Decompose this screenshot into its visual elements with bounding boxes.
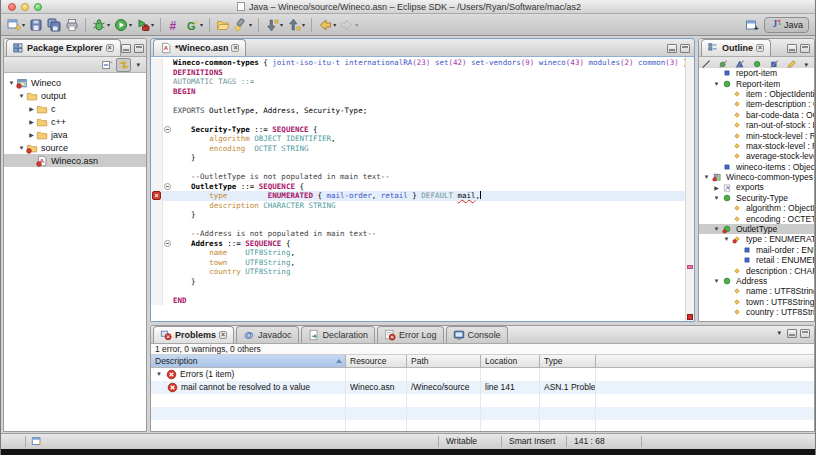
package-explorer-item[interactable]: AWineco.asn xyxy=(4,154,146,167)
outline-item[interactable]: mail-order : ENUM xyxy=(699,245,814,255)
external-tools-button[interactable]: ▾ xyxy=(134,16,156,34)
collapse-arrow-icon[interactable]: ▼ xyxy=(712,278,721,284)
dropdown-arrow-icon[interactable]: ▾ xyxy=(129,21,132,28)
outline-item[interactable]: ▼Report-item xyxy=(699,78,814,88)
link-with-editor-button[interactable] xyxy=(116,58,131,72)
code-text[interactable]: Security-Type ::= SEQUENCE { xyxy=(173,125,685,135)
code-text[interactable] xyxy=(173,115,685,125)
outline-item[interactable]: description : CHARA xyxy=(699,265,814,275)
new-button[interactable]: ▾ xyxy=(5,16,27,34)
open-resource-button[interactable] xyxy=(214,16,232,34)
outline-item[interactable]: min-stock-level : RE xyxy=(699,130,814,140)
code-text[interactable]: BEGIN xyxy=(173,87,685,97)
close-icon[interactable]: × xyxy=(219,331,227,339)
outline-item[interactable]: encoding : OCTET ST xyxy=(699,213,814,223)
tab-error-log[interactable]: Error Log xyxy=(377,326,444,343)
save-button[interactable] xyxy=(27,16,45,34)
outline-item[interactable]: item : ObjectIdentifie xyxy=(699,89,814,99)
open-perspective-button[interactable]: + xyxy=(745,18,759,32)
collapse-arrow-icon[interactable]: ▼ xyxy=(17,93,26,99)
code-text[interactable]: } xyxy=(173,210,685,220)
code-text[interactable]: type ENUMERATED { mail-order, retail } D… xyxy=(173,191,685,201)
minimize-view-button[interactable] xyxy=(787,44,797,53)
package-explorer-item[interactable]: ▶c xyxy=(4,102,146,115)
package-explorer-item[interactable]: ▼Wineco xyxy=(4,76,146,89)
dropdown-arrow-icon[interactable]: ▾ xyxy=(151,21,154,28)
maximize-view-button[interactable] xyxy=(800,329,810,338)
outline-item[interactable]: ▶exports xyxy=(699,182,814,192)
code-text[interactable]: name UTF8String, xyxy=(173,248,685,258)
dropdown-arrow-icon[interactable]: ▾ xyxy=(355,21,358,28)
package-explorer-item[interactable]: ▶c++ xyxy=(4,115,146,128)
run-button[interactable]: ▾ xyxy=(112,16,134,34)
code-text[interactable]: } xyxy=(173,153,685,163)
overall-error-indicator[interactable] xyxy=(687,314,693,320)
collapse-arrow-icon[interactable]: ▼ xyxy=(722,236,731,242)
error-marker[interactable] xyxy=(687,265,693,269)
collapse-arrow-icon[interactable]: ▼ xyxy=(155,368,163,381)
expand-arrow-icon[interactable]: ▶ xyxy=(712,184,721,191)
dropdown-arrow-icon[interactable]: ▾ xyxy=(280,21,283,28)
save-all-button[interactable] xyxy=(45,16,63,34)
code-text[interactable]: EXPORTS OutletType, Address, Security-Ty… xyxy=(173,106,685,116)
column-header-description[interactable]: Description xyxy=(151,355,346,367)
fold-collapse-icon[interactable] xyxy=(164,240,171,247)
expand-arrow-icon[interactable]: ▶ xyxy=(27,118,36,125)
error-marker-icon[interactable]: × xyxy=(152,191,161,200)
code-text[interactable]: algorithm OBJECT IDENTIFIER, xyxy=(173,134,685,144)
collapse-arrow-icon[interactable]: ▼ xyxy=(7,80,16,86)
code-text[interactable]: AUTOMATIC TAGS ::= xyxy=(173,77,685,87)
debug-button[interactable]: ▾ xyxy=(90,16,112,34)
code-text[interactable] xyxy=(173,163,685,173)
code-text[interactable]: description CHARACTER STRING xyxy=(173,201,685,211)
dropdown-arrow-icon[interactable]: ▾ xyxy=(200,21,203,28)
collapse-arrow-icon[interactable]: ▼ xyxy=(17,145,26,151)
code-text[interactable] xyxy=(173,96,685,106)
outline-item[interactable]: average-stock-level xyxy=(699,151,814,161)
outline-item[interactable]: ▼Security-Type xyxy=(699,193,814,203)
outline-item[interactable]: ▼type : ENUMERATED xyxy=(699,234,814,244)
tab-problems[interactable]: Problems× xyxy=(153,326,234,343)
dropdown-arrow-icon[interactable]: ▾ xyxy=(22,21,25,28)
package-explorer-item[interactable]: ▶java xyxy=(4,128,146,141)
collapse-arrow-icon[interactable]: ▼ xyxy=(712,195,721,201)
outline-item[interactable]: town : UTF8String xyxy=(699,297,814,307)
code-text[interactable]: Wineco-common-types { joint-iso-itu-t in… xyxy=(173,58,685,68)
tab-javadoc[interactable]: @Javadoc xyxy=(236,326,299,343)
code-text[interactable]: country UTF8String xyxy=(173,267,685,277)
back-button[interactable]: ▾ xyxy=(316,16,338,34)
tab-console[interactable]: Console xyxy=(446,326,508,343)
close-icon[interactable]: × xyxy=(106,44,114,52)
close-icon[interactable]: × xyxy=(756,44,764,52)
minimize-view-button[interactable] xyxy=(787,329,797,338)
dropdown-arrow-icon[interactable]: ▾ xyxy=(333,21,336,28)
outline-item[interactable]: report-item xyxy=(699,68,814,78)
java-perspective-button[interactable]: J Java xyxy=(764,17,809,33)
collapse-all-button[interactable] xyxy=(99,58,114,72)
fold-collapse-icon[interactable] xyxy=(164,183,171,190)
code-text[interactable]: Address ::= SEQUENCE { xyxy=(173,239,685,249)
tab-package-explorer[interactable]: Package Explorer × xyxy=(6,39,121,56)
code-text[interactable] xyxy=(173,220,685,230)
problem-row[interactable]: ▼Errors (1 item) xyxy=(151,368,814,381)
maximize-view-button[interactable] xyxy=(800,44,810,53)
collapse-arrow-icon[interactable]: ▼ xyxy=(702,174,711,180)
maximize-view-button[interactable] xyxy=(134,44,144,53)
code-text[interactable]: DEFINITIONS xyxy=(173,68,685,78)
outline-item[interactable]: country : UTF8String xyxy=(699,307,814,317)
code-text[interactable]: town UTF8String, xyxy=(173,258,685,268)
outline-item[interactable]: ran-out-of-stock : B xyxy=(699,120,814,130)
expand-arrow-icon[interactable]: ▶ xyxy=(27,131,36,138)
previous-annotation-button[interactable]: ▾ xyxy=(285,16,307,34)
view-menu-button[interactable]: ▾ xyxy=(133,61,143,69)
view-menu-button[interactable]: ▾ xyxy=(774,329,784,340)
tab-wineco-asn[interactable]: A *Wineco.asn × xyxy=(153,39,246,56)
code-text[interactable]: encoding OCTET STRING xyxy=(173,144,685,154)
code-text[interactable]: END xyxy=(173,296,685,306)
forward-button[interactable]: ▾ xyxy=(338,16,360,34)
outline-item[interactable]: retail : ENUMERAT xyxy=(699,255,814,265)
tab-outline[interactable]: Outline × xyxy=(701,39,771,56)
column-header-path[interactable]: Path xyxy=(407,355,481,367)
fast-view-button[interactable] xyxy=(31,435,43,449)
outline-item[interactable]: ▼OutletType xyxy=(699,224,814,234)
